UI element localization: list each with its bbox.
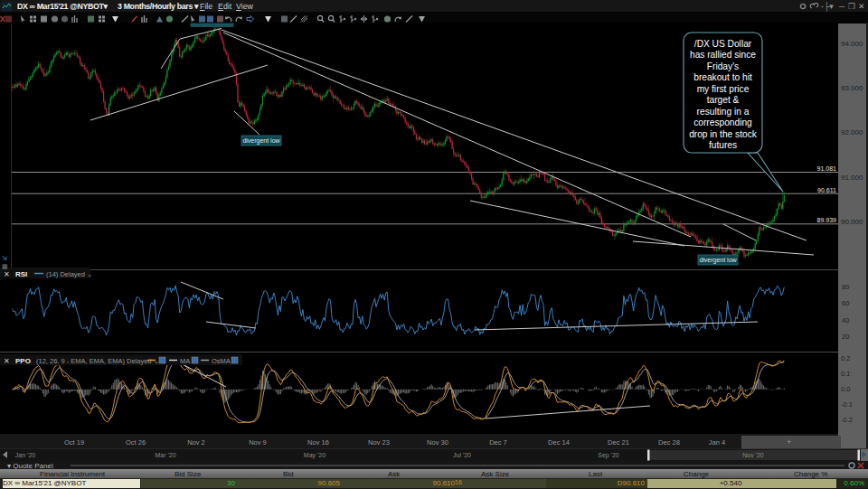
svg-text:Sep '20: Sep '20	[598, 452, 619, 459]
svg-text:May '20: May '20	[304, 452, 326, 459]
svg-text:corresponding: corresponding	[693, 118, 752, 127]
svg-text:⇲: ⇲	[2, 255, 7, 261]
svg-text:(12, 26, 9 - EMA, EMA, EMA) De: (12, 26, 9 - EMA, EMA, EMA) Delayed ⌄	[36, 357, 159, 365]
svg-text:60: 60	[842, 299, 849, 307]
svg-text:0.2: 0.2	[841, 354, 850, 362]
svg-text:40: 40	[842, 316, 849, 324]
svg-text:91.081: 91.081	[817, 165, 837, 172]
svg-text:futures: futures	[709, 140, 737, 150]
svg-text:/DX US Dollar: /DX US Dollar	[694, 39, 752, 49]
svg-text:Oct 19: Oct 19	[64, 438, 84, 447]
svg-text:90.611: 90.611	[817, 187, 836, 193]
svg-text:has rallied since: has rallied since	[690, 50, 756, 60]
svg-text:Jul '20: Jul '20	[453, 452, 471, 458]
svg-text:breakout to hit: breakout to hit	[693, 72, 752, 82]
svg-text:RSI: RSI	[15, 270, 27, 278]
svg-text:my first price: my first price	[697, 84, 750, 94]
svg-text:Dec 21: Dec 21	[608, 438, 629, 447]
svg-text:PPO: PPO	[15, 357, 31, 365]
svg-text:Nov 2: Nov 2	[187, 438, 205, 447]
svg-text:Dec 28: Dec 28	[658, 438, 680, 447]
svg-text:Nov '20: Nov '20	[742, 452, 764, 458]
svg-text:Friday's: Friday's	[707, 61, 739, 71]
svg-text:Nov 16: Nov 16	[307, 438, 329, 447]
svg-text:MA: MA	[180, 357, 190, 365]
svg-text:94.000: 94.000	[841, 40, 863, 48]
svg-text:OsMA: OsMA	[212, 357, 231, 365]
svg-text:+: +	[787, 437, 791, 447]
svg-text:0.1: 0.1	[841, 370, 850, 378]
svg-text:divergent low: divergent low	[699, 257, 737, 264]
svg-text:-0.2: -0.2	[841, 416, 853, 424]
svg-text:91.000: 91.000	[841, 174, 863, 182]
svg-text:▩: ▩	[2, 263, 8, 269]
svg-text:Jan '20: Jan '20	[15, 452, 35, 458]
svg-text:(14) Delayed ⌄: (14) Delayed ⌄	[46, 270, 92, 278]
svg-text:Nov 23: Nov 23	[368, 438, 390, 447]
svg-text:90.000: 90.000	[841, 218, 863, 226]
svg-text:Oct 26: Oct 26	[126, 438, 146, 447]
svg-text:resulting in a: resulting in a	[697, 107, 750, 117]
svg-text:Mar '20: Mar '20	[155, 452, 175, 458]
svg-text:✕: ✕	[4, 357, 10, 365]
svg-text:93.000: 93.000	[841, 84, 863, 92]
svg-text:Nov 30: Nov 30	[427, 438, 448, 447]
svg-text:Jan 4: Jan 4	[709, 438, 725, 447]
svg-text:92.000: 92.000	[841, 128, 863, 136]
svg-text:Dec 7: Dec 7	[489, 438, 507, 447]
svg-text:89.939: 89.939	[817, 217, 837, 223]
svg-text:✕: ✕	[4, 270, 10, 278]
svg-text:Dec 14: Dec 14	[548, 438, 570, 447]
svg-text:drop in the stock: drop in the stock	[689, 129, 758, 139]
svg-text:Nov 9: Nov 9	[249, 438, 267, 447]
svg-text:80: 80	[842, 283, 849, 291]
svg-text:20: 20	[842, 333, 849, 341]
svg-text:target &: target &	[707, 95, 740, 105]
svg-text:divergent low: divergent low	[242, 137, 280, 145]
svg-text:-0.1: -0.1	[841, 400, 853, 409]
svg-text:0.0: 0.0	[841, 385, 850, 393]
